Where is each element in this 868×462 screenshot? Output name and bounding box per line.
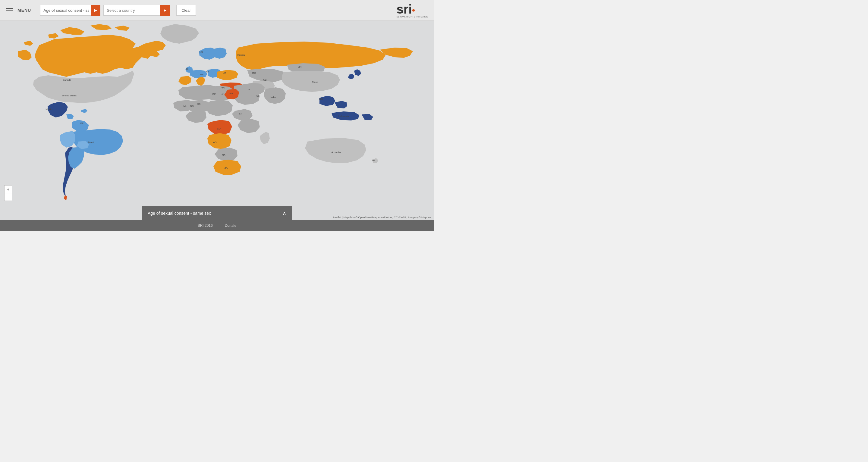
zoom-controls: + − bbox=[4, 185, 12, 201]
zoom-out-button[interactable]: − bbox=[4, 193, 12, 201]
legend-collapse-button[interactable]: ∧ bbox=[282, 210, 286, 217]
world-map: Canada United States Brazil Russia China… bbox=[0, 21, 434, 231]
logo: sri SEXUAL RIGHTS INITIATIVE bbox=[396, 3, 428, 18]
header: MENU Clear sri SEXUAL RIGHTS INITIATIVE bbox=[0, 0, 434, 21]
country-selector-input[interactable] bbox=[103, 5, 170, 16]
logo-text: sri bbox=[396, 2, 412, 16]
menu-label: MENU bbox=[18, 8, 31, 13]
logo-dot bbox=[412, 9, 415, 11]
map-container[interactable]: Canada United States Brazil Russia China… bbox=[0, 21, 434, 231]
topic-selector-wrapper bbox=[40, 5, 100, 16]
zoom-in-button[interactable]: + bbox=[4, 185, 12, 193]
clear-button[interactable]: Clear bbox=[176, 5, 196, 16]
country-selector-wrapper bbox=[103, 5, 170, 16]
legend-title: Age of sexual consent - same sex bbox=[148, 211, 211, 216]
logo-subtitle: SEXUAL RIGHTS INITIATIVE bbox=[396, 16, 428, 18]
country-selector-arrow[interactable] bbox=[160, 5, 170, 16]
topic-selector-arrow[interactable] bbox=[91, 5, 100, 16]
footer-copyright: SRI 2016 bbox=[198, 224, 213, 228]
map-attribution: Leaflet | Map data © OpenStreetMap contr… bbox=[333, 216, 431, 219]
footer-donate-link[interactable]: Donate bbox=[225, 224, 237, 228]
legend-bar: Age of sexual consent - same sex ∧ bbox=[142, 206, 292, 220]
menu-button[interactable] bbox=[6, 8, 13, 12]
footer: SRI 2016 Donate bbox=[0, 220, 434, 231]
